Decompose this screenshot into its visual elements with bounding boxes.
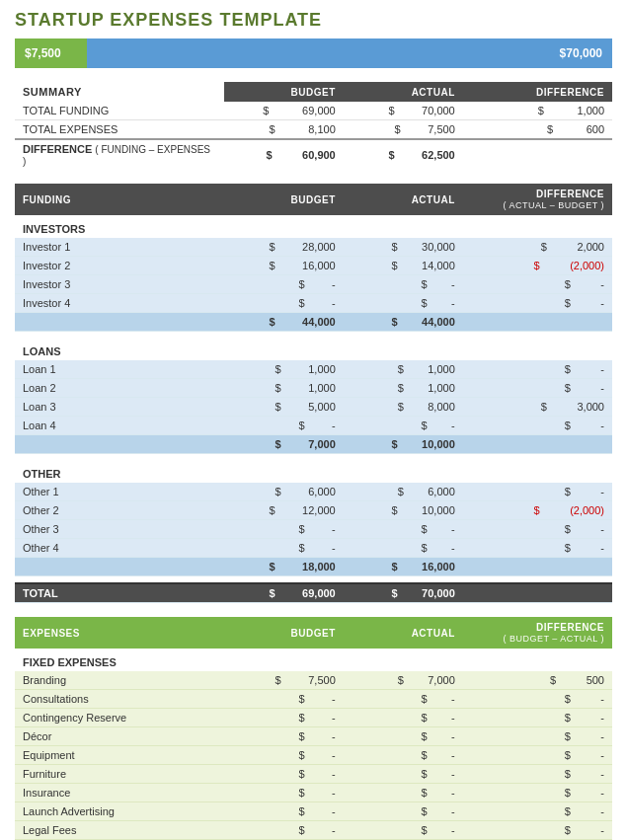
section-name: INVESTORS [15,215,612,238]
row-label: Loan 2 [15,379,224,398]
summary-col-header-label: SUMMARY [15,82,224,102]
row-diff: $ - [463,379,612,398]
row-diff: $ - [463,765,612,784]
row-diff: $ (2,000) [463,257,612,275]
subtotal-actual: $ 16,000 [344,558,463,576]
row-label: Décor [15,727,224,746]
total-diff [463,583,612,603]
row-label: Legal Fees [15,821,224,840]
row-actual: $ - [344,784,463,802]
row-actual: $ - [344,690,463,709]
row-label: Consultations [15,690,224,709]
row-actual: $ - [344,821,463,840]
row-budget: $ - [224,520,344,539]
difference-diff [463,139,612,170]
row-budget: $ - [224,727,344,746]
row-label: Loan 1 [15,360,224,379]
row-budget: $ 28,000 [224,238,344,257]
row-budget: $ - [224,765,344,784]
total-budget: $ 69,000 [224,583,344,603]
funding-data-row: Other 4 $ - $ - $ - [15,539,612,558]
progress-bar-right: $70,000 [550,46,612,60]
row-actual: $ 7,000 [344,671,463,690]
funding-data-row: Loan 4 $ - $ - $ - [15,417,612,435]
subtotal-budget: $ 7,000 [224,435,344,454]
row-budget: $ 6,000 [224,483,344,501]
funding-data-row: Loan 1 $ 1,000 $ 1,000 $ - [15,360,612,379]
subtotal-diff [463,313,612,332]
funding-subtotal-row: $ 18,000 $ 16,000 [15,558,612,576]
section-name: OTHER [15,460,612,483]
difference-actual: $ 62,500 [344,139,463,170]
funding-data-row: Other 1 $ 6,000 $ 6,000 $ - [15,483,612,501]
row-budget: $ - [224,802,344,821]
funding-total-row: TOTAL $ 69,000 $ 70,000 [15,583,612,603]
expenses-data-row: Décor $ - $ - $ - [15,727,612,746]
row-actual: $ - [344,417,463,435]
funding-col-header-diff: DIFFERENCE( ACTUAL – BUDGET ) [463,184,612,215]
row-label: Branding [15,671,224,690]
row-actual: $ 1,000 [344,360,463,379]
row-label: Launch Advertising [15,802,224,821]
summary-section: SUMMARY BUDGET ACTUAL DIFFERENCE TOTAL F… [15,82,612,170]
row-budget: $ - [224,746,344,765]
summary-label: TOTAL FUNDING [15,102,224,120]
progress-bar-left: $7,500 [15,38,87,68]
funding-subtotal-row: $ 7,000 $ 10,000 [15,435,612,454]
row-actual: $ 8,000 [344,398,463,417]
row-diff: $ 500 [463,671,612,690]
row-diff: $ - [463,520,612,539]
difference-budget: $ 60,900 [224,139,344,170]
row-actual: $ - [344,275,463,294]
subtotal-diff [463,435,612,454]
row-diff: $ - [463,539,612,558]
row-diff: $ - [463,727,612,746]
expenses-data-row: Launch Advertising $ - $ - $ - [15,802,612,821]
subtotal-label [15,558,224,576]
funding-col-header-actual: ACTUAL [344,184,463,215]
funding-data-row: Other 3 $ - $ - $ - [15,520,612,539]
row-label: Furniture [15,765,224,784]
row-budget: $ 1,000 [224,360,344,379]
row-budget: $ 5,000 [224,398,344,417]
summary-row: TOTAL FUNDING $ 69,000 $ 70,000 $ 1,000 [15,102,612,120]
funding-subtotal-row: $ 44,000 $ 44,000 [15,313,612,332]
row-budget: $ - [224,417,344,435]
summary-diff: $ 1,000 [463,102,612,120]
row-actual: $ - [344,539,463,558]
row-budget: $ 16,000 [224,257,344,275]
row-actual: $ - [344,727,463,746]
row-label: Loan 3 [15,398,224,417]
summary-row: TOTAL EXPENSES $ 8,100 $ 7,500 $ 600 [15,120,612,140]
expenses-col-header-diff: DIFFERENCE( BUDGET – ACTUAL ) [463,617,612,649]
row-actual: $ 1,000 [344,379,463,398]
subtotal-actual: $ 10,000 [344,435,463,454]
row-actual: $ 14,000 [344,257,463,275]
row-budget: $ 12,000 [224,501,344,520]
funding-data-row: Investor 3 $ - $ - $ - [15,275,612,294]
funding-col-header-label: FUNDING [15,184,224,215]
summary-budget: $ 8,100 [224,120,344,140]
page-title: STARTUP EXPENSES TEMPLATE [15,10,612,31]
expenses-col-header-label: EXPENSES [15,617,224,649]
expenses-data-row: Contingency Reserve $ - $ - $ - [15,709,612,727]
row-diff: $ - [463,709,612,727]
subtotal-label [15,313,224,332]
expenses-col-header-actual: ACTUAL [344,617,463,649]
row-budget: $ - [224,275,344,294]
row-budget: $ - [224,294,344,313]
row-label: Insurance [15,784,224,802]
row-actual: $ - [344,746,463,765]
row-diff: $ - [463,690,612,709]
row-diff: $ - [463,821,612,840]
funding-section-header: INVESTORS [15,215,612,238]
row-actual: $ - [344,765,463,784]
row-diff: $ - [463,294,612,313]
row-actual: $ 30,000 [344,238,463,257]
section-name: FIXED EXPENSES [15,649,612,671]
row-diff: $ - [463,275,612,294]
subtotal-diff [463,558,612,576]
row-budget: $ - [224,690,344,709]
row-diff: $ - [463,360,612,379]
row-budget: $ - [224,784,344,802]
